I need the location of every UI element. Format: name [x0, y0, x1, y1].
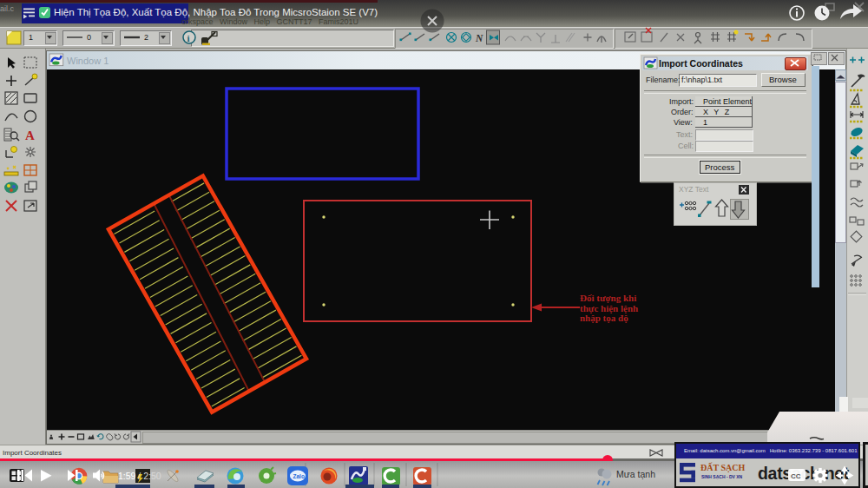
- svg-text:CC: CC: [791, 472, 801, 480]
